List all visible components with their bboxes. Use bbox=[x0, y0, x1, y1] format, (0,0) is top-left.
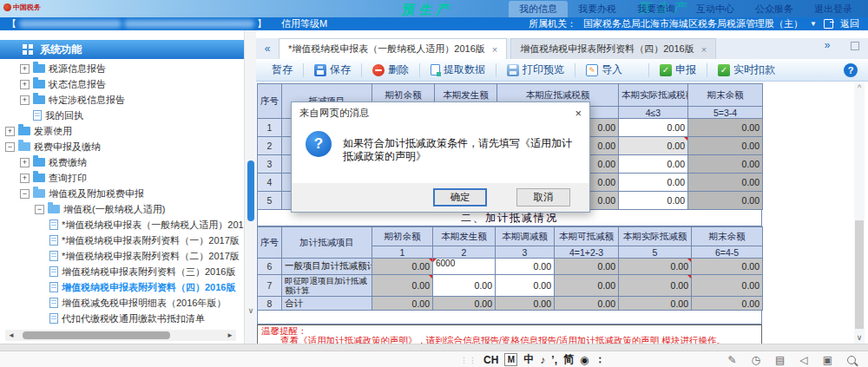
cell-current[interactable]: 0.00 bbox=[433, 275, 496, 297]
ime-drag-handle[interactable]: ⋮⋮ bbox=[460, 356, 477, 364]
sidebar-item-status-report[interactable]: 状态信息报告 bbox=[49, 78, 106, 91]
cell-reduced[interactable]: 0.00 bbox=[496, 259, 555, 275]
menu-logout[interactable]: 退出登录 bbox=[804, 1, 863, 17]
expander-icon[interactable]: + bbox=[20, 174, 30, 183]
tab-scroll-right-icon[interactable]: » bbox=[816, 36, 838, 56]
cell-actual[interactable]: 0.00 bbox=[619, 174, 688, 192]
cell-reduced[interactable]: 0.00 bbox=[496, 275, 555, 297]
scrollbar-thumb[interactable] bbox=[23, 331, 170, 339]
form-vertical-scrollbar[interactable]: ^ ∨ bbox=[854, 83, 865, 344]
confirm-button[interactable]: 确定 bbox=[433, 188, 487, 206]
menu-public-service[interactable]: 公众服务 bbox=[745, 1, 804, 17]
top-menu: 我的信息 我要办税 我要查询 互动中心 公众服务 退出登录 bbox=[509, 0, 863, 17]
back-button[interactable]: 返回 bbox=[840, 17, 859, 30]
cell-ending: 0.00 bbox=[688, 137, 763, 155]
row-seq: 4 bbox=[258, 174, 282, 192]
row-seq: 2 bbox=[258, 137, 282, 155]
expander-icon[interactable]: + bbox=[20, 95, 30, 105]
sidebar-item-vat-surcharge-declaration[interactable]: 增值税及附加税费申报 bbox=[49, 187, 144, 200]
expander-icon[interactable]: + bbox=[5, 127, 15, 136]
expander-icon[interactable]: + bbox=[20, 64, 30, 74]
expander-icon[interactable]: + bbox=[20, 80, 30, 89]
sidebar-item-query-print[interactable]: 查询打印 bbox=[49, 172, 87, 185]
row-seq: 1 bbox=[258, 119, 282, 137]
expander-icon[interactable]: − bbox=[35, 205, 44, 214]
realtime-payment-button[interactable]: ✓实时扣款 bbox=[713, 62, 780, 79]
print-preview-button[interactable]: 打印预览 bbox=[502, 62, 569, 79]
search-icon[interactable] bbox=[847, 356, 856, 364]
menu-interaction-center[interactable]: 互动中心 bbox=[686, 1, 745, 17]
sidebar-item-tax-source-report[interactable]: 税源信息报告 bbox=[49, 62, 106, 75]
clock-icon[interactable]: ◷ bbox=[752, 354, 760, 366]
ime-simplified-indicator[interactable]: 简 bbox=[563, 352, 574, 367]
cell-actual[interactable]: 0.00 bbox=[619, 155, 688, 174]
scrollbar-thumb[interactable] bbox=[855, 220, 864, 329]
row-seq: 8 bbox=[258, 297, 282, 311]
scroll-left-arrow-icon[interactable]: ◄ bbox=[5, 331, 17, 339]
menu-my-info[interactable]: 我的信息 bbox=[509, 1, 568, 17]
sidebar-item-withholding-deduction-list[interactable]: 代扣代缴税收通用缴款书抵扣清单 bbox=[62, 312, 205, 325]
expander-icon[interactable]: − bbox=[5, 142, 15, 152]
tab-vat-appendix-4[interactable]: 增值税纳税申报表附列资料（四）2016版 × bbox=[510, 38, 716, 59]
tab-vat-return-2016[interactable]: *增值税纳税申报表（一般纳税人适用）2016版 × bbox=[279, 38, 507, 59]
sidebar-item-vat-appendix-1[interactable]: *增值税纳税申报表附列资料（一）2017版 bbox=[62, 234, 240, 247]
sidebar-item-vat-appendix-4-active[interactable]: 增值税纳税申报表附列资料（四）2016版 bbox=[62, 281, 235, 294]
tree-item: +特定涉税信息报告 bbox=[0, 92, 244, 108]
col-header: 本期实际抵减税额 bbox=[619, 84, 688, 107]
scroll-up-arrow-icon[interactable]: ^ bbox=[854, 83, 865, 92]
dialog-close-icon[interactable]: × bbox=[575, 107, 582, 120]
sidebar-item-vat-general-taxpayer[interactable]: 增值税(一般纳税人适用) bbox=[63, 203, 165, 216]
menu-query[interactable]: 我要查询 bbox=[627, 1, 686, 17]
scrollbar-thumb[interactable] bbox=[247, 161, 254, 221]
ime-bar[interactable]: ⋮⋮ CH M 中 ♪ ’, 简 ◉ ： bbox=[460, 352, 606, 367]
sidebar-item-vat-appendix-3[interactable]: 增值税纳税申报表附列资料（三）2016版 bbox=[62, 265, 235, 279]
tab-close-icon[interactable]: × bbox=[701, 44, 707, 55]
scroll-right-arrow-icon[interactable]: ► bbox=[224, 331, 236, 339]
taxpayer-name-redacted bbox=[19, 20, 122, 28]
cell-actual-flagged[interactable]: 0.00 bbox=[619, 137, 688, 155]
cell-actual[interactable]: 0.00 bbox=[619, 119, 688, 137]
org-dropdown-icon[interactable]: ▼ bbox=[810, 20, 817, 28]
sidebar-item-tax-payment[interactable]: 税费缴纳 bbox=[49, 156, 87, 169]
expander-icon[interactable]: + bbox=[20, 158, 30, 167]
sidebar-item-vat-reduction-detail[interactable]: 增值税减免税申报明细表（2016年版） bbox=[62, 297, 226, 310]
ime-skin-icon[interactable]: ◉ bbox=[580, 354, 589, 366]
sidebar-vertical-scrollbar[interactable]: ∨ bbox=[244, 30, 257, 344]
declare-button[interactable]: ✓申报 bbox=[654, 62, 701, 79]
ime-lang-indicator[interactable]: CH bbox=[483, 354, 498, 366]
speaker-icon[interactable]: ◁ bbox=[799, 354, 807, 366]
cell-actual[interactable]: 0.00 bbox=[619, 192, 688, 210]
import-button[interactable]: ✎导入 bbox=[581, 62, 628, 79]
ime-sound-icon[interactable]: ♪ bbox=[540, 354, 545, 366]
sidebar-item-tax-declaration-payment[interactable]: 税费申报及缴纳 bbox=[34, 141, 101, 154]
window-icon[interactable]: ▣ bbox=[823, 354, 832, 366]
sidebar-header-system-functions[interactable]: 系统功能 bbox=[0, 40, 244, 59]
scroll-down-arrow-icon[interactable]: ∨ bbox=[854, 333, 865, 342]
sidebar-item-invoice-use[interactable]: 发票使用 bbox=[34, 125, 72, 138]
scroll-down-arrow-icon[interactable]: ∨ bbox=[245, 306, 257, 315]
ime-chinese-indicator[interactable]: 中 bbox=[523, 352, 534, 367]
help-icon[interactable]: ? bbox=[844, 63, 858, 77]
tree-item: 我的回执 bbox=[0, 108, 244, 123]
tab-scroll-left-icon[interactable]: « bbox=[256, 39, 279, 59]
sidebar-item-my-receipt[interactable]: 我的回执 bbox=[45, 109, 83, 122]
save-button[interactable]: 保存 bbox=[309, 62, 356, 79]
maximize-icon[interactable] bbox=[851, 42, 859, 50]
sidebar-item-vat-return-2016[interactable]: *增值税纳税申报表（一般纳税人适用）2016 bbox=[62, 219, 244, 232]
sidebar-item-vat-appendix-2[interactable]: *增值税纳税申报表附列资料（二）2017版 bbox=[62, 250, 240, 263]
tree-item: +税源信息报告 bbox=[0, 61, 244, 76]
tab-close-icon[interactable]: × bbox=[492, 44, 497, 55]
expander-icon[interactable]: − bbox=[20, 189, 30, 199]
cancel-button[interactable]: 取消 bbox=[516, 188, 570, 206]
ime-punct-indicator[interactable]: ’, bbox=[551, 354, 557, 366]
sidebar-item-specific-tax-report[interactable]: 特定涉税信息报告 bbox=[49, 94, 125, 107]
menu-do-tax[interactable]: 我要办税 bbox=[568, 1, 627, 17]
delete-button[interactable]: 删除 bbox=[367, 62, 414, 79]
ime-mode-icon[interactable]: M bbox=[504, 353, 517, 366]
trash-icon[interactable]: ▤ bbox=[775, 354, 785, 366]
temp-save-button[interactable]: 暂存 bbox=[266, 62, 298, 79]
pen-icon[interactable]: ✎ bbox=[728, 354, 737, 366]
extract-data-button[interactable]: 提取数据 bbox=[425, 62, 490, 79]
sidebar-horizontal-scrollbar[interactable]: ◄ ► bbox=[5, 330, 236, 341]
cell-current-editing[interactable]: 6000 bbox=[433, 259, 496, 275]
